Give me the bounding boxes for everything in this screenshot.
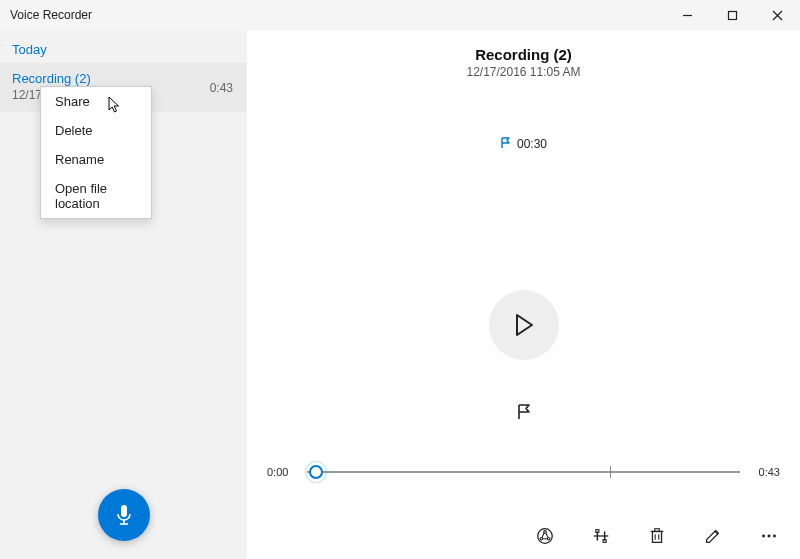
app-window: Voice Recorder Today Recording (2) 12/17… xyxy=(0,0,800,559)
svg-rect-1 xyxy=(729,11,737,19)
minimize-icon xyxy=(682,10,693,21)
recording-item-duration: 0:43 xyxy=(210,81,233,95)
timeline-marker-tick xyxy=(610,466,611,478)
timeline-end-label: 0:43 xyxy=(746,466,780,478)
play-icon xyxy=(513,313,535,337)
timeline-thumb[interactable] xyxy=(309,465,323,479)
menu-item-share[interactable]: Share xyxy=(41,87,151,116)
svg-point-23 xyxy=(768,535,771,538)
timeline-track[interactable] xyxy=(307,471,740,473)
play-button[interactable] xyxy=(489,290,559,360)
context-menu: Share Delete Rename Open file location xyxy=(40,86,152,219)
svg-rect-15 xyxy=(603,540,606,543)
recording-item-title: Recording (2) xyxy=(12,71,235,86)
close-icon xyxy=(772,10,783,21)
minimize-button[interactable] xyxy=(665,0,710,30)
svg-point-10 xyxy=(547,537,550,540)
detail-toolbar xyxy=(534,525,780,547)
menu-item-delete[interactable]: Delete xyxy=(41,116,151,145)
share-button[interactable] xyxy=(534,525,556,547)
timeline: 0:00 0:43 xyxy=(267,457,780,487)
svg-rect-4 xyxy=(121,505,127,517)
titlebar: Voice Recorder xyxy=(0,0,800,30)
svg-rect-20 xyxy=(655,529,660,532)
rename-button[interactable] xyxy=(702,525,724,547)
marker-time: 00:30 xyxy=(517,137,547,151)
window-controls xyxy=(665,0,800,30)
svg-point-8 xyxy=(544,531,547,534)
share-icon xyxy=(535,526,555,546)
detail-title: Recording (2) xyxy=(247,46,800,63)
cursor-icon xyxy=(108,96,122,114)
svg-rect-14 xyxy=(596,530,599,533)
more-button[interactable] xyxy=(758,525,780,547)
trash-icon xyxy=(647,526,667,546)
flag-icon xyxy=(500,135,512,153)
ellipsis-icon xyxy=(759,526,779,546)
pencil-icon xyxy=(703,526,723,546)
microphone-icon xyxy=(114,503,134,527)
marker-row[interactable]: 00:30 xyxy=(247,135,800,153)
detail-subtitle: 12/17/2016 11:05 AM xyxy=(247,65,800,79)
svg-point-24 xyxy=(773,535,776,538)
app-title: Voice Recorder xyxy=(10,8,92,22)
sidebar: Today Recording (2) 12/17/ 0:43 Share De… xyxy=(0,30,247,559)
svg-point-22 xyxy=(762,535,765,538)
app-body: Today Recording (2) 12/17/ 0:43 Share De… xyxy=(0,30,800,559)
sidebar-section-header: Today xyxy=(0,30,247,63)
trim-icon xyxy=(591,526,611,546)
detail-pane: Recording (2) 12/17/2016 11:05 AM 00:30 xyxy=(247,30,800,559)
add-marker-button[interactable] xyxy=(512,400,536,424)
timeline-start-label: 0:00 xyxy=(267,466,301,478)
delete-button[interactable] xyxy=(646,525,668,547)
close-button[interactable] xyxy=(755,0,800,30)
maximize-button[interactable] xyxy=(710,0,755,30)
svg-point-9 xyxy=(540,537,543,540)
menu-item-open-file-location[interactable]: Open file location xyxy=(41,174,151,218)
maximize-icon xyxy=(727,10,738,21)
record-button[interactable] xyxy=(98,489,150,541)
svg-rect-16 xyxy=(652,531,661,542)
trim-button[interactable] xyxy=(590,525,612,547)
menu-item-rename[interactable]: Rename xyxy=(41,145,151,174)
flag-outline-icon xyxy=(515,403,533,421)
